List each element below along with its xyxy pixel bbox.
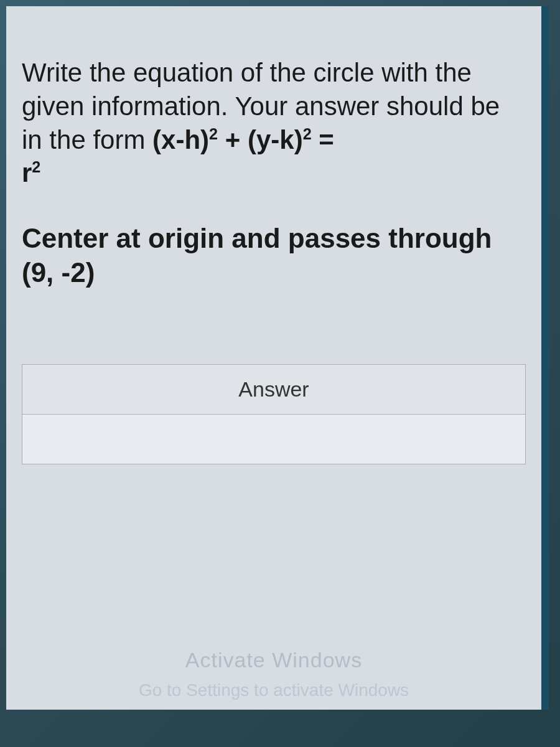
formula-equals: = [312, 125, 334, 154]
watermark-subtext: Go to Settings to activate Windows [6, 680, 541, 700]
formula-plus: + [218, 125, 248, 154]
answer-header-cell: Answer [22, 365, 526, 415]
formula-sup-3: 2 [32, 158, 40, 176]
formula-sup-2: 2 [303, 125, 312, 143]
formula-sup-1: 2 [209, 125, 218, 143]
formula-r: r [22, 158, 32, 187]
formula-yk: (y-k) [248, 125, 303, 154]
answer-input-cell[interactable] [22, 415, 526, 464]
answer-table: Answer [22, 364, 526, 464]
formula-xh: (x-h) [152, 125, 209, 154]
question-panel: Write the equation of the circle with th… [6, 6, 549, 710]
watermark-text: Activate Windows [6, 648, 541, 672]
question-detail: Center at origin and passes through (9, … [22, 221, 526, 289]
question-instruction: Write the equation of the circle with th… [22, 56, 526, 190]
